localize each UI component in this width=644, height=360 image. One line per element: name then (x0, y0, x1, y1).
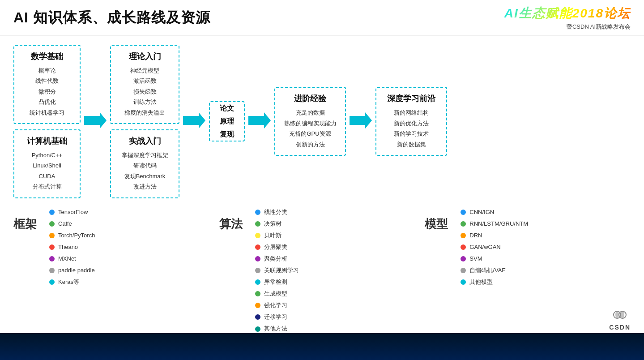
frontier-title: 深度学习前沿 (384, 93, 439, 104)
label-gan: GAN/wGAN (469, 242, 500, 252)
label-theano: Theano (58, 242, 78, 252)
bottom-legends: 框架 TensorFlow Caffe Torch/PyTorch (13, 207, 631, 334)
math-item-5: 统计机器学习 (21, 107, 73, 118)
paper-box: 论文 原理 复现 (209, 101, 245, 141)
logo-area: AI生态赋能2018论坛 暨CSDN AI新战略发布会 (504, 5, 631, 31)
arrow-2 (179, 111, 209, 131)
dot-assoc (255, 268, 260, 273)
cs-item-1: Python/C++ (21, 150, 73, 160)
bottom-bar (0, 333, 644, 360)
list-item: DRN (461, 231, 528, 240)
advanced-item-1: 充足的数据 (282, 107, 338, 118)
model-section: 模型 CNN/IGN RNN/LSTM/GRU/NTM DRN (425, 207, 631, 287)
label-rnn: RNN/LSTM/GRU/NTM (469, 219, 528, 229)
csdn-icon (611, 306, 629, 324)
list-item: CNN/IGN (461, 207, 528, 217)
svg-marker-0 (84, 112, 107, 129)
label-paddle: paddle paddle (58, 266, 95, 275)
dot-linear (255, 210, 260, 215)
frontier-item-4: 新的数据集 (384, 139, 439, 150)
theory-item-3: 损失函数 (118, 86, 171, 97)
left-boxes: 数学基础 概率论 线性代数 微积分 凸优化 统计机器学习 计算机基础 Pytho… (13, 45, 81, 198)
framework-label: 框架 (13, 207, 40, 232)
dot-cnn (461, 210, 466, 215)
practice-item-2: 研读代码 (118, 160, 171, 171)
practice-title: 实战入门 (118, 136, 171, 146)
dot-other-model (461, 279, 466, 285)
csdn-text: CSDN (609, 324, 631, 331)
theory-box: 理论入门 神经元模型 激活函数 损失函数 训练方法 梯度的消失溢出 (110, 45, 179, 124)
practice-item-3: 复现Benchmark (118, 171, 171, 181)
cs-box: 计算机基础 Python/C++ Linux/Shell CUDA 分布式计算 (13, 129, 81, 198)
label-anomaly: 异常检测 (264, 277, 287, 287)
dot-mxnet (49, 256, 55, 261)
list-item: 生成模型 (255, 289, 299, 299)
label-torch: Torch/PyTorch (58, 231, 95, 240)
list-item: 自编码机/VAE (461, 266, 528, 275)
dot-ae (461, 268, 466, 273)
math-item-1: 概率论 (21, 65, 73, 76)
label-tensorflow: TensorFlow (58, 207, 88, 217)
list-item: 强化学习 (255, 300, 299, 310)
framework-section: 框架 TensorFlow Caffe Torch/PyTorch (13, 207, 219, 287)
theory-title: 理论入门 (118, 51, 171, 62)
dot-torch (49, 233, 55, 238)
list-item: TensorFlow (49, 207, 95, 217)
list-item: SVM (461, 254, 528, 264)
list-item: 关联规则学习 (255, 266, 299, 275)
algorithm-label: 算法 (219, 207, 246, 232)
practice-box: 实战入门 掌握深度学习框架 研读代码 复现Benchmark 改进方法 (110, 129, 179, 198)
svg-marker-3 (350, 112, 372, 129)
label-cluster2: 聚类分析 (264, 254, 287, 264)
label-tree: 决策树 (264, 219, 281, 229)
svg-point-7 (621, 311, 624, 318)
list-item: MXNet (49, 254, 95, 264)
list-item: paddle paddle (49, 266, 95, 275)
advanced-item-3: 充裕的GPU资源 (282, 129, 338, 139)
cs-item-3: CUDA (21, 171, 73, 181)
frontier-item-2: 新的优化方法 (384, 118, 439, 129)
list-item: 贝叶斯 (255, 231, 299, 240)
label-svm: SVM (469, 254, 482, 264)
page-title: AI 知识体系、成长路线及资源 (13, 8, 210, 28)
dot-caffe (49, 221, 55, 227)
label-gen: 生成模型 (264, 289, 287, 299)
algorithm-section: 算法 线性分类 决策树 贝叶斯 (219, 207, 425, 334)
list-item: Keras等 (49, 277, 95, 287)
advanced-item-2: 熟练的编程实现能力 (282, 118, 338, 129)
svg-marker-1 (183, 112, 205, 129)
frontier-box: 深度学习前沿 新的网络结构 新的优化方法 新的学习技术 新的数据集 (375, 87, 447, 156)
dot-gen (255, 291, 260, 296)
arrow-1 (81, 111, 110, 131)
list-item: 分层聚类 (255, 242, 299, 252)
list-item: 其他模型 (461, 277, 528, 287)
algorithm-list: 线性分类 决策树 贝叶斯 分层聚类 (255, 207, 299, 334)
math-box: 数学基础 概率论 线性代数 微积分 凸优化 统计机器学习 (13, 45, 81, 124)
list-item: Caffe (49, 219, 95, 229)
label-mxnet: MXNet (58, 254, 76, 264)
theory-item-1: 神经元模型 (118, 65, 171, 76)
practice-item-4: 改进方法 (118, 181, 171, 192)
advanced-item-4: 创新的方法 (282, 139, 338, 150)
dot-tensorflow (49, 210, 55, 215)
dot-cluster2 (255, 256, 260, 261)
dot-svm (461, 256, 466, 261)
logo-main: AI生态赋能2018论坛 (504, 5, 631, 22)
list-item: 线性分类 (255, 207, 299, 217)
label-cluster: 分层聚类 (264, 242, 287, 252)
dot-tree (255, 221, 260, 227)
middle-boxes: 理论入门 神经元模型 激活函数 损失函数 训练方法 梯度的消失溢出 实战入门 掌… (110, 45, 179, 198)
label-transfer: 迁移学习 (264, 312, 287, 322)
header: AI 知识体系、成长路线及资源 AI生态赋能2018论坛 暨CSDN AI新战略… (0, 0, 644, 36)
label-other-model: 其他模型 (469, 277, 493, 287)
label-other-algo: 其他方法 (264, 324, 287, 334)
list-item: 迁移学习 (255, 312, 299, 322)
frontier-item-1: 新的网络结构 (384, 107, 439, 118)
label-drn: DRN (469, 231, 482, 240)
dot-paddle (49, 268, 55, 273)
theory-item-4: 训练方法 (118, 97, 171, 107)
cs-title: 计算机基础 (21, 136, 73, 146)
advanced-box: 进阶经验 充足的数据 熟练的编程实现能力 充裕的GPU资源 创新的方法 (274, 87, 346, 156)
math-item-3: 微积分 (21, 86, 73, 97)
svg-point-6 (615, 311, 619, 318)
